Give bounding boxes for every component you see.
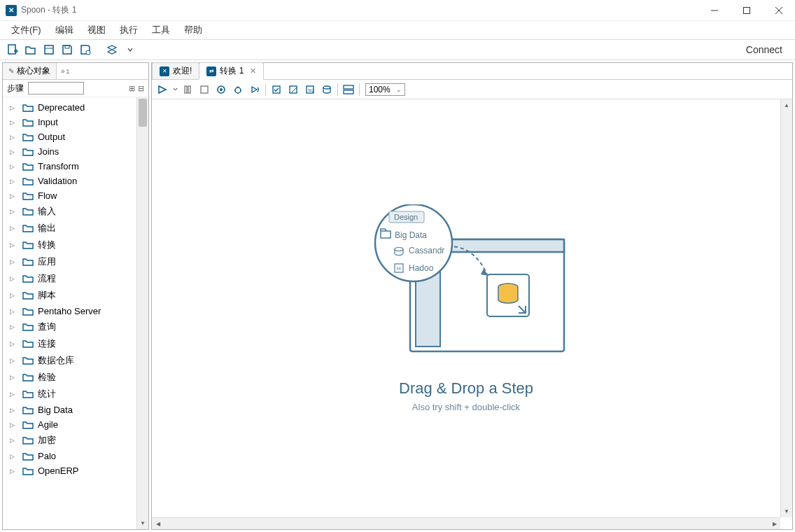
maximize-button[interactable] bbox=[731, 0, 763, 21]
expand-icon[interactable]: ▷ bbox=[10, 407, 18, 414]
tree-item[interactable]: ▷ 检验 bbox=[3, 369, 148, 386]
verify-button[interactable] bbox=[269, 82, 284, 97]
sql-button[interactable]: SQ bbox=[302, 82, 318, 97]
tree-item[interactable]: ▷ 查询 bbox=[3, 318, 148, 335]
tree-item[interactable]: ▷ 连接 bbox=[3, 335, 148, 352]
run-button[interactable] bbox=[155, 82, 170, 97]
new-file-button[interactable] bbox=[4, 41, 21, 58]
tree-item[interactable]: ▷ Transform bbox=[3, 159, 148, 174]
expand-icon[interactable]: ▷ bbox=[10, 357, 18, 364]
menu-run[interactable]: 执行 bbox=[114, 22, 143, 38]
perspective-button[interactable] bbox=[104, 41, 120, 58]
minimize-button[interactable] bbox=[698, 0, 731, 21]
menu-edit[interactable]: 编辑 bbox=[50, 22, 79, 38]
impact-button[interactable] bbox=[286, 82, 301, 97]
scroll-down-icon[interactable]: ▼ bbox=[781, 505, 792, 517]
expand-icon[interactable]: ▷ bbox=[10, 275, 18, 282]
expand-icon[interactable]: ▷ bbox=[10, 163, 18, 170]
expand-all-icon[interactable]: ⊞ bbox=[129, 84, 135, 93]
expand-icon[interactable]: ▷ bbox=[10, 208, 18, 215]
menu-tools[interactable]: 工具 bbox=[146, 22, 176, 38]
expand-icon[interactable]: ▷ bbox=[10, 340, 18, 347]
canvas-scrollbar-h[interactable]: ◀ ▶ bbox=[152, 517, 780, 529]
tree-item[interactable]: ▷ Deprecated bbox=[3, 100, 148, 115]
tree-item[interactable]: ▷ 统计 bbox=[3, 386, 148, 402]
save-as-button[interactable] bbox=[77, 41, 94, 58]
tree-item[interactable]: ▷ OpenERP bbox=[3, 463, 148, 478]
zoom-selector[interactable]: 100% ⌄ bbox=[365, 83, 405, 96]
close-tab-icon[interactable]: ✕ bbox=[250, 66, 256, 76]
explore-db-button[interactable] bbox=[319, 82, 335, 97]
svg-point-25 bbox=[323, 86, 330, 89]
tree-item[interactable]: ▷ 数据仓库 bbox=[3, 352, 148, 369]
scroll-down-icon[interactable]: ▼ bbox=[137, 517, 148, 529]
tree-item[interactable]: ▷ Big Data bbox=[3, 402, 148, 417]
scroll-thumb[interactable] bbox=[139, 99, 147, 127]
tree-item[interactable]: ▷ Palo bbox=[3, 449, 148, 463]
scroll-left-icon[interactable]: ◀ bbox=[152, 518, 164, 529]
expand-icon[interactable]: ▷ bbox=[10, 192, 18, 200]
tree-item[interactable]: ▷ Agile bbox=[3, 417, 148, 432]
collapse-all-icon[interactable]: ⊟ bbox=[138, 84, 144, 93]
tree-item[interactable]: ▷ Input bbox=[3, 115, 148, 130]
close-button[interactable] bbox=[763, 0, 795, 21]
canvas-scrollbar-v[interactable]: ▲ ▼ bbox=[780, 99, 792, 517]
connect-button[interactable]: Connect bbox=[738, 41, 791, 58]
tree-item[interactable]: ▷ 转换 bbox=[3, 237, 148, 253]
expand-icon[interactable]: ▷ bbox=[10, 225, 18, 232]
folder-icon bbox=[22, 356, 34, 365]
expand-icon[interactable]: ▷ bbox=[10, 374, 18, 381]
tree-item[interactable]: ▷ Validation bbox=[3, 174, 148, 188]
menu-file[interactable]: 文件(F) bbox=[6, 22, 47, 38]
explore-button[interactable] bbox=[41, 41, 57, 58]
tree-item[interactable]: ▷ Joins bbox=[3, 144, 148, 159]
tree-item[interactable]: ▷ 流程 bbox=[3, 270, 148, 287]
expand-icon[interactable]: ▷ bbox=[10, 134, 18, 141]
expand-icon[interactable]: ▷ bbox=[10, 468, 18, 475]
debug-button[interactable] bbox=[230, 82, 246, 97]
expand-icon[interactable]: ▷ bbox=[10, 104, 18, 111]
perspective-dropdown[interactable] bbox=[122, 41, 139, 58]
scroll-up-icon[interactable]: ▲ bbox=[781, 99, 792, 111]
tree-item[interactable]: ▷ Pentaho Server bbox=[3, 304, 148, 318]
menu-view[interactable]: 视图 bbox=[82, 22, 111, 38]
open-button[interactable] bbox=[22, 41, 39, 58]
expand-icon[interactable]: ▷ bbox=[10, 178, 18, 185]
pause-button[interactable] bbox=[180, 82, 195, 97]
expand-icon[interactable]: ▷ bbox=[10, 258, 18, 265]
tree-item[interactable]: ▷ 应用 bbox=[3, 253, 148, 270]
tree-item[interactable]: ▷ Output bbox=[3, 130, 148, 144]
expand-icon[interactable]: ▷ bbox=[10, 292, 18, 299]
expand-icon[interactable]: ▷ bbox=[10, 241, 18, 248]
preview-button[interactable] bbox=[213, 82, 229, 97]
tab-trans-1[interactable]: ⇄ 转换 1 ✕ bbox=[199, 62, 264, 80]
stop-button[interactable] bbox=[197, 82, 212, 97]
svg-point-15 bbox=[220, 88, 223, 91]
expand-icon[interactable]: ▷ bbox=[10, 308, 18, 315]
run-dropdown[interactable] bbox=[171, 82, 178, 97]
tree-item[interactable]: ▷ 加密 bbox=[3, 432, 148, 449]
menu-help[interactable]: 帮助 bbox=[178, 22, 208, 38]
canvas[interactable]: Design Big Data Cassandr H Hadoo bbox=[152, 99, 792, 529]
expand-icon[interactable]: ▷ bbox=[10, 391, 18, 398]
tree-item[interactable]: ▷ 输出 bbox=[3, 220, 148, 237]
folder-icon bbox=[22, 132, 34, 142]
expand-icon[interactable]: ▷ bbox=[10, 453, 18, 460]
expand-icon[interactable]: ▷ bbox=[10, 323, 18, 330]
tree-item[interactable]: ▷ Flow bbox=[3, 188, 148, 203]
sidebar-scrollbar[interactable]: ▲ ▼ bbox=[136, 97, 148, 529]
expand-icon[interactable]: ▷ bbox=[10, 421, 18, 428]
tree-item[interactable]: ▷ 脚本 bbox=[3, 287, 148, 304]
tree-item[interactable]: ▷ 输入 bbox=[3, 203, 148, 220]
sidebar-overflow-indicator[interactable]: »1 bbox=[57, 67, 73, 75]
filter-input[interactable] bbox=[28, 82, 84, 94]
save-button[interactable] bbox=[59, 41, 76, 58]
expand-icon[interactable]: ▷ bbox=[10, 437, 18, 444]
scroll-right-icon[interactable]: ▶ bbox=[768, 518, 780, 529]
expand-icon[interactable]: ▷ bbox=[10, 148, 18, 155]
sidebar-tab-core[interactable]: ✎ 核心对象 bbox=[3, 63, 57, 79]
replay-button[interactable] bbox=[247, 82, 262, 97]
show-results-button[interactable] bbox=[341, 82, 356, 97]
expand-icon[interactable]: ▷ bbox=[10, 119, 18, 126]
tab-welcome[interactable]: ✕ 欢迎! bbox=[152, 62, 199, 79]
